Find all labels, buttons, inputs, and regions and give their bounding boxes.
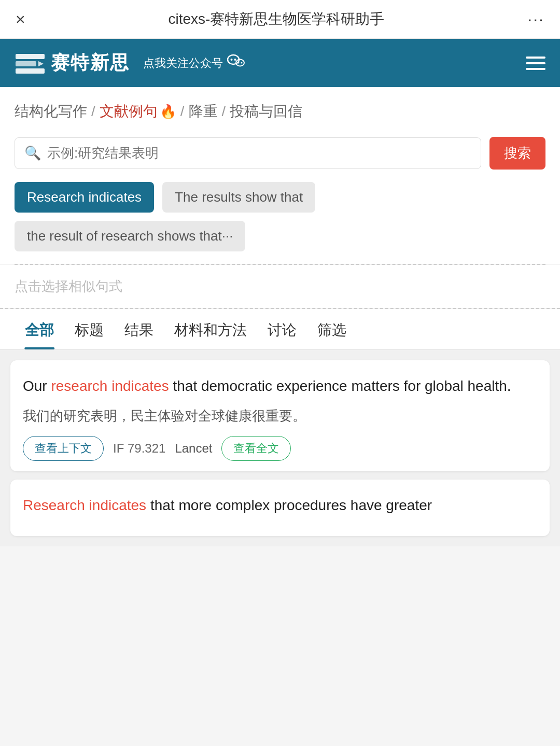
nav-item-structured-writing[interactable]: 结构化写作: [15, 102, 87, 121]
tag-chip-1[interactable]: The results show that: [162, 182, 315, 213]
wechat-icon: [227, 53, 245, 73]
journal-text-0: Lancet: [175, 441, 212, 456]
hamburger-line-3: [526, 68, 545, 70]
result-text-0: Our research indicates that democratic e…: [23, 375, 537, 398]
result-card-1: Research indicates that more complex pro…: [10, 480, 550, 536]
more-options-button[interactable]: ···: [527, 10, 544, 29]
search-section: 🔍 搜索: [0, 132, 560, 182]
header-subtitle[interactable]: 点我关注公众号: [143, 53, 245, 73]
tab-materials-methods[interactable]: 材料和方法: [164, 309, 257, 349]
svg-rect-0: [16, 54, 45, 59]
hamburger-menu-button[interactable]: [526, 57, 545, 70]
result-text-before-0: Our: [23, 378, 51, 394]
view-context-button-0[interactable]: 查看上下文: [23, 436, 104, 461]
result-meta-0: 查看上下文 IF 79.321 Lancet 查看全文: [23, 436, 537, 461]
tab-all[interactable]: 全部: [15, 309, 64, 349]
result-card-0: Our research indicates that democratic e…: [10, 360, 550, 471]
title-bar: × citexs-赛特新思生物医学科研助手 ···: [0, 0, 560, 39]
search-button[interactable]: 搜索: [489, 137, 545, 170]
nav-item-reduce-duplication[interactable]: 降重: [189, 102, 218, 121]
svg-point-9: [241, 62, 243, 64]
header-bar: 赛特新思 点我关注公众号: [0, 39, 560, 87]
nav-item-literature-examples[interactable]: 文献例句: [100, 102, 158, 121]
svg-rect-1: [16, 61, 36, 66]
tag-chip-2[interactable]: the result of research shows that···: [15, 221, 245, 251]
svg-point-8: [238, 62, 240, 64]
filter-tabs: 全部 标题 结果 材料和方法 讨论 筛选: [0, 309, 560, 350]
result-text-after-1: that more complex procedures have greate…: [146, 497, 432, 513]
svg-marker-3: [38, 61, 44, 66]
result-text-after-0: that democratic experience matters for g…: [169, 378, 511, 394]
breadcrumb: 结构化写作 / 文献例句 🔥 / 降重 / 投稿与回信: [0, 87, 560, 132]
view-fulltext-button-0[interactable]: 查看全文: [221, 436, 291, 461]
page-title: citexs-赛特新思生物医学科研助手: [25, 9, 528, 29]
close-button[interactable]: ×: [16, 11, 25, 27]
result-highlight-0: research indicates: [51, 378, 169, 394]
if-text-0: IF 79.321: [113, 441, 165, 456]
tab-filter[interactable]: 筛选: [307, 309, 357, 349]
result-highlight-1: Research indicates: [23, 497, 146, 513]
result-chinese-0: 我们的研究表明，民主体验对全球健康很重要。: [23, 405, 537, 427]
svg-point-6: [234, 59, 236, 61]
subscribe-text: 点我关注公众号: [143, 55, 223, 71]
search-input-wrapper[interactable]: 🔍: [15, 137, 481, 169]
tab-discussion[interactable]: 讨论: [257, 309, 307, 349]
search-input[interactable]: [47, 145, 471, 161]
tag-chip-0[interactable]: Research indicates: [15, 182, 154, 213]
header-logo-area: 赛特新思 点我关注公众号: [15, 50, 245, 76]
result-text-1: Research indicates that more complex pro…: [23, 494, 537, 517]
tags-section: Research indicates The results show that…: [0, 182, 560, 264]
logo-icon: 赛特新思: [15, 50, 130, 76]
svg-rect-2: [16, 68, 45, 74]
nav-separator-2: /: [180, 103, 185, 120]
hamburger-line-2: [526, 62, 545, 64]
results-area: Our research indicates that democratic e…: [0, 350, 560, 546]
select-hint: 点击选择相似句式: [0, 265, 560, 308]
tab-title[interactable]: 标题: [64, 309, 114, 349]
svg-point-5: [231, 59, 233, 61]
search-icon: 🔍: [24, 145, 41, 161]
nav-item-submission[interactable]: 投稿与回信: [230, 102, 302, 121]
tab-results[interactable]: 结果: [114, 309, 164, 349]
nav-separator-1: /: [91, 103, 95, 120]
nav-separator-3: /: [222, 103, 226, 120]
logo-text: 赛特新思: [51, 50, 130, 76]
fire-icon: 🔥: [160, 104, 176, 120]
hamburger-line-1: [526, 57, 545, 59]
